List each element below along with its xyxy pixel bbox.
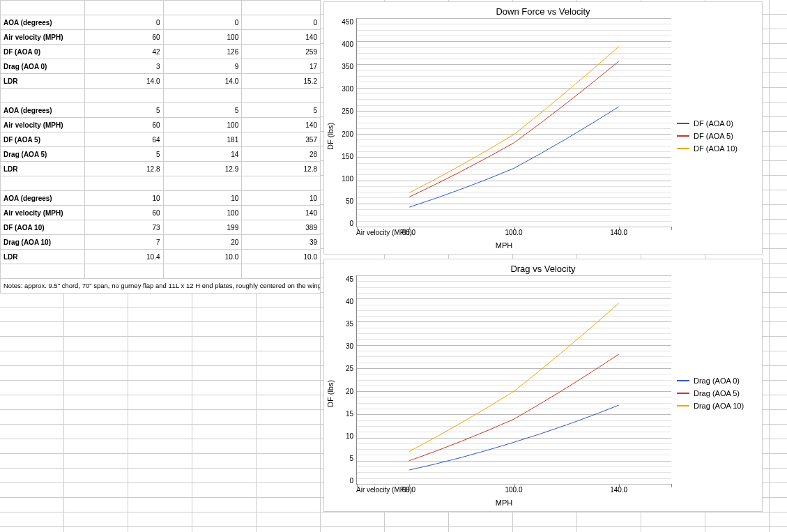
cell[interactable]: 73 — [84, 220, 163, 235]
cell[interactable]: 3 — [84, 59, 163, 74]
legend: DF (AOA 0)DF (AOA 5)DF (AOA 10) — [671, 18, 748, 254]
table-row: AOA (degrees)555 — [1, 103, 321, 118]
series-layer — [357, 18, 671, 227]
chart-downforce: Down Force vs VelocityDF (lbs)4504003503… — [323, 1, 763, 254]
cell[interactable]: 181 — [163, 132, 242, 147]
y-tick-label: 0 — [349, 477, 353, 485]
y-tick-label: 50 — [346, 197, 353, 205]
empty-cell — [84, 1, 163, 15]
cell[interactable]: 20 — [163, 235, 242, 250]
y-tick-label: 40 — [346, 298, 353, 305]
series-line — [409, 405, 619, 470]
cell[interactable]: 10 — [163, 191, 242, 206]
cell[interactable]: 14.0 — [163, 74, 242, 89]
cell[interactable]: 100 — [163, 118, 242, 132]
y-tick-label: 350 — [342, 63, 353, 70]
cell[interactable]: 39 — [242, 235, 321, 250]
legend-label: DF (AOA 10) — [694, 144, 738, 153]
cell[interactable]: 17 — [242, 59, 321, 74]
cell[interactable]: 389 — [242, 220, 321, 235]
cell[interactable]: 357 — [242, 132, 321, 147]
series-line — [409, 107, 619, 207]
cell[interactable]: 0 — [242, 15, 321, 30]
y-tick-label: 30 — [346, 342, 353, 350]
legend-item[interactable]: DF (AOA 10) — [677, 144, 742, 153]
cell[interactable]: 5 — [163, 103, 242, 118]
cell[interactable]: 9 — [163, 59, 242, 74]
notes-text: Notes: approx. 9.5" chord, 70" span, no … — [1, 279, 321, 294]
y-axis-label: DF (lbs) — [324, 18, 337, 254]
cell[interactable]: 10.4 — [84, 250, 163, 264]
chart-drag: Drag vs VelocityDF (lbs)4540353025201510… — [323, 259, 763, 512]
empty-cell — [1, 264, 85, 279]
cell[interactable]: 140 — [242, 118, 321, 132]
series-line — [409, 303, 619, 452]
legend-label: Drag (AOA 0) — [694, 377, 740, 385]
cell[interactable]: 15.2 — [242, 74, 321, 89]
cell[interactable]: 12.9 — [163, 162, 242, 176]
row-label: LDR — [1, 74, 85, 89]
x-tick-label: 140.0 — [610, 229, 627, 236]
y-ticks: 450400350300250200150100500 — [337, 18, 356, 227]
empty-cell — [242, 1, 321, 15]
table-row: AOA (degrees)000 — [1, 15, 321, 30]
cell[interactable]: 10 — [84, 191, 163, 206]
cell[interactable]: 5 — [242, 103, 321, 118]
x-tick-label: 140.0 — [610, 486, 627, 494]
cell[interactable]: 64 — [84, 132, 163, 147]
x-axis-label: MPH — [337, 497, 671, 511]
cell[interactable]: 0 — [163, 15, 242, 30]
y-tick-label: 400 — [342, 40, 353, 48]
plot-area — [356, 18, 671, 227]
empty-cell — [242, 89, 321, 103]
legend-swatch — [677, 123, 689, 124]
cell[interactable]: 12.8 — [242, 162, 321, 176]
cell[interactable]: 100 — [163, 30, 242, 45]
cell[interactable]: 12.8 — [84, 162, 163, 176]
cell[interactable]: 140 — [242, 206, 321, 220]
cell[interactable]: 0 — [84, 15, 163, 30]
cell[interactable]: 140 — [242, 30, 321, 45]
table-row: DF (AOA 10)73199389 — [1, 220, 321, 235]
row-label: Drag (AOA 5) — [1, 147, 85, 162]
row-label: AOA (degrees) — [1, 103, 85, 118]
legend-item[interactable]: Drag (AOA 5) — [677, 389, 744, 397]
cell[interactable]: 60 — [84, 118, 163, 132]
cell[interactable]: 10 — [242, 191, 321, 206]
cell[interactable]: 60 — [84, 30, 163, 45]
y-tick-label: 100 — [342, 175, 353, 183]
cell[interactable]: 5 — [84, 103, 163, 118]
x-ticks: Air velocity (MPH)60.0100.0140.0 — [356, 227, 671, 240]
y-ticks: 454035302520151050 — [337, 275, 356, 485]
legend-item[interactable]: Drag (AOA 0) — [677, 377, 744, 385]
series-layer — [357, 275, 671, 484]
cell[interactable]: 60 — [84, 206, 163, 220]
cell[interactable]: 10.0 — [163, 250, 242, 264]
cell[interactable]: 14 — [163, 147, 242, 162]
table-row: Drag (AOA 10)72039 — [1, 235, 321, 250]
x-ticks: Air velocity (MPH)60.0100.0140.0 — [356, 485, 671, 497]
data-table-region: AOA (degrees)000Air velocity (MPH)601001… — [0, 0, 321, 532]
legend-item[interactable]: DF (AOA 0) — [677, 119, 742, 128]
table-row: Air velocity (MPH)60100140 — [1, 206, 321, 220]
series-line — [409, 354, 619, 461]
cell[interactable]: 100 — [163, 206, 242, 220]
cell[interactable]: 5 — [84, 147, 163, 162]
row-label: Drag (AOA 10) — [1, 235, 85, 250]
cell[interactable]: 14.0 — [84, 74, 163, 89]
legend-item[interactable]: Drag (AOA 10) — [677, 402, 744, 410]
cell[interactable]: 259 — [242, 45, 321, 59]
cell[interactable]: 10.0 — [242, 250, 321, 264]
legend-label: DF (AOA 0) — [694, 119, 733, 128]
cell[interactable]: 199 — [163, 220, 242, 235]
cell[interactable]: 126 — [163, 45, 242, 59]
legend-item[interactable]: DF (AOA 5) — [677, 132, 742, 140]
empty-cell — [163, 264, 242, 279]
data-table: AOA (degrees)000Air velocity (MPH)601001… — [0, 0, 321, 294]
y-tick-label: 5 — [349, 455, 353, 462]
table-row: DF (AOA 5)64181357 — [1, 132, 321, 147]
empty-cell — [242, 264, 321, 279]
cell[interactable]: 28 — [242, 147, 321, 162]
cell[interactable]: 42 — [84, 45, 163, 59]
cell[interactable]: 7 — [84, 235, 163, 250]
